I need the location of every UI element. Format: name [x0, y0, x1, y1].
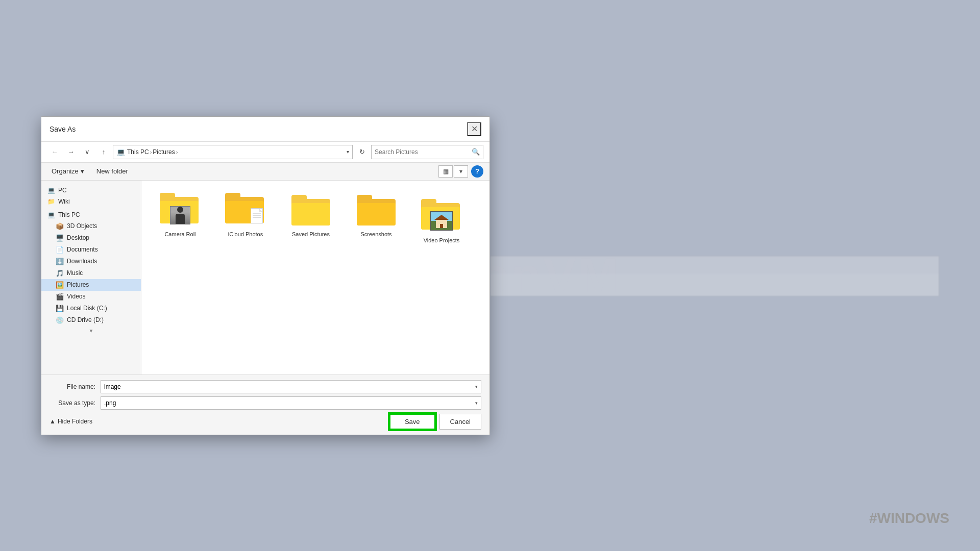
organize-arrow-icon: ▾: [81, 167, 84, 175]
file-name-dropdown-icon: ▾: [475, 384, 478, 389]
screenshots-label: Screenshots: [360, 231, 391, 238]
sidebar-item-pictures[interactable]: 🖼️ Pictures: [41, 279, 141, 291]
help-button[interactable]: ?: [471, 165, 483, 178]
view-button[interactable]: ▦: [438, 165, 453, 178]
dropdown-button[interactable]: ∨: [80, 145, 94, 159]
desktop-icon: 🖥️: [56, 234, 64, 242]
new-folder-button[interactable]: New folder: [92, 166, 132, 177]
sidebar-label-pictures: Pictures: [67, 281, 89, 288]
toolbar: ← → ∨ ↑ 💻 This PC › Pictures › ▾ ↻ 🔍: [41, 142, 489, 163]
address-dropdown-icon[interactable]: ▾: [347, 149, 349, 155]
file-grid: Camera Roll: [141, 181, 489, 374]
address-pc-icon: 💻: [116, 148, 125, 156]
sidebar-label-this-pc: This PC: [58, 211, 80, 218]
sidebar-label-downloads: Downloads: [67, 258, 97, 265]
cd-drive-d-icon: 💿: [56, 316, 64, 324]
sidebar-label-pc: PC: [58, 187, 67, 194]
downloads-icon: ⬇️: [56, 258, 64, 265]
bottom-section: File name: image ▾ Save as type: .png ▾ …: [41, 374, 489, 435]
save-type-dropdown-icon: ▾: [475, 400, 478, 406]
file-item-video-projects[interactable]: Video Projects: [411, 195, 472, 248]
videos-icon: 🎬: [56, 293, 64, 300]
save-as-dialog: Save As ✕ ← → ∨ ↑ 💻 This PC › Pictures ›…: [41, 116, 490, 435]
search-bar: 🔍: [371, 145, 483, 159]
camera-roll-label: Camera Roll: [164, 231, 195, 238]
sidebar-item-videos[interactable]: 🎬 Videos: [41, 291, 141, 303]
dialog-reflection: [490, 256, 939, 296]
sidebar-item-this-pc[interactable]: 💻 This PC: [41, 209, 141, 220]
sidebar-item-desktop[interactable]: 🖥️ Desktop: [41, 232, 141, 244]
command-bar: Organize ▾ New folder ▦ ▾ ?: [41, 163, 489, 181]
documents-icon: 📄: [56, 246, 64, 254]
file-name-label: File name:: [50, 383, 101, 390]
save-type-value: .png: [104, 399, 116, 407]
organize-button[interactable]: Organize ▾: [47, 166, 88, 177]
sidebar-label-cd-drive-d: CD Drive (D:): [67, 316, 104, 323]
close-button[interactable]: ✕: [467, 122, 481, 136]
sidebar-item-local-disk-c[interactable]: 💾 Local Disk (C:): [41, 303, 141, 314]
hide-folders-label: Hide Folders: [58, 418, 92, 425]
saved-pictures-folder-icon: [290, 193, 331, 228]
view-dropdown-button[interactable]: ▾: [454, 165, 468, 178]
forward-button[interactable]: →: [64, 145, 78, 159]
sidebar-item-3d-objects[interactable]: 📦 3D Objects: [41, 220, 141, 232]
content-area: 💻 PC 📁 Wiki 💻 This PC 📦 3D Objects 🖥️ D: [41, 181, 489, 374]
address-bar[interactable]: 💻 This PC › Pictures › ▾: [113, 145, 353, 159]
sidebar-label-videos: Videos: [67, 293, 85, 300]
save-type-select[interactable]: .png ▾: [101, 396, 481, 410]
refresh-button[interactable]: ↻: [355, 145, 369, 159]
video-projects-folder-icon: [421, 199, 462, 234]
local-disk-c-icon: 💾: [56, 305, 64, 312]
scroll-down-indicator: ▼: [41, 326, 141, 336]
file-item-saved-pictures[interactable]: Saved Pictures: [280, 189, 341, 248]
screenshots-folder-icon: [356, 193, 397, 228]
view-options: ▦ ▾ ?: [438, 165, 483, 178]
icloud-photos-folder-icon: [225, 193, 266, 228]
file-item-icloud-photos[interactable]: iCloud Photos: [215, 189, 276, 248]
sidebar-item-music[interactable]: 🎵 Music: [41, 267, 141, 279]
file-name-row: File name: image ▾: [50, 380, 481, 393]
sidebar-label-local-disk-c: Local Disk (C:): [67, 305, 107, 312]
back-button[interactable]: ←: [47, 145, 62, 159]
save-button[interactable]: Save: [389, 414, 435, 430]
sidebar-item-pc[interactable]: 💻 PC: [41, 185, 141, 196]
camera-roll-folder-icon: [160, 193, 201, 228]
3d-objects-icon: 📦: [56, 222, 64, 230]
icloud-photos-label: iCloud Photos: [228, 231, 263, 238]
save-type-row: Save as type: .png ▾: [50, 396, 481, 410]
sidebar-label-3d-objects: 3D Objects: [67, 222, 97, 230]
this-pc-icon: 💻: [47, 211, 55, 218]
organize-label: Organize: [52, 167, 79, 175]
action-buttons: Save Cancel: [389, 414, 481, 430]
saved-pictures-label: Saved Pictures: [292, 231, 330, 238]
hide-folders-button[interactable]: ▲ Hide Folders: [50, 418, 92, 425]
wiki-icon: 📁: [47, 198, 55, 205]
cancel-button[interactable]: Cancel: [439, 414, 481, 430]
sidebar-item-cd-drive-d[interactable]: 💿 CD Drive (D:): [41, 314, 141, 326]
sidebar: 💻 PC 📁 Wiki 💻 This PC 📦 3D Objects 🖥️ D: [41, 181, 141, 374]
music-icon: 🎵: [56, 269, 64, 277]
up-button[interactable]: ↑: [96, 145, 111, 159]
search-icon: 🔍: [472, 148, 480, 156]
sidebar-label-music: Music: [67, 269, 83, 277]
video-projects-label: Video Projects: [424, 237, 460, 244]
pictures-icon: 🖼️: [56, 281, 64, 289]
sidebar-item-documents[interactable]: 📄 Documents: [41, 244, 141, 256]
save-type-label: Save as type:: [50, 399, 101, 407]
hide-folders-icon: ▲: [50, 418, 56, 425]
file-name-input[interactable]: image ▾: [101, 380, 481, 393]
address-parts: This PC › Pictures ›: [127, 148, 178, 156]
dialog-title: Save As: [50, 125, 76, 133]
file-item-camera-roll[interactable]: Camera Roll: [150, 189, 211, 248]
sidebar-item-downloads[interactable]: ⬇️ Downloads: [41, 256, 141, 267]
sidebar-label-documents: Documents: [67, 246, 98, 253]
file-item-screenshots[interactable]: Screenshots: [346, 189, 407, 248]
search-input[interactable]: [375, 148, 470, 156]
sidebar-label-wiki: Wiki: [58, 198, 70, 205]
pc-icon: 💻: [47, 187, 55, 194]
action-row: ▲ Hide Folders Save Cancel: [50, 414, 481, 430]
file-name-value: image: [104, 383, 121, 390]
sidebar-item-wiki[interactable]: 📁 Wiki: [41, 196, 141, 207]
address-pictures: Pictures: [153, 148, 175, 156]
title-bar: Save As ✕: [41, 117, 489, 142]
